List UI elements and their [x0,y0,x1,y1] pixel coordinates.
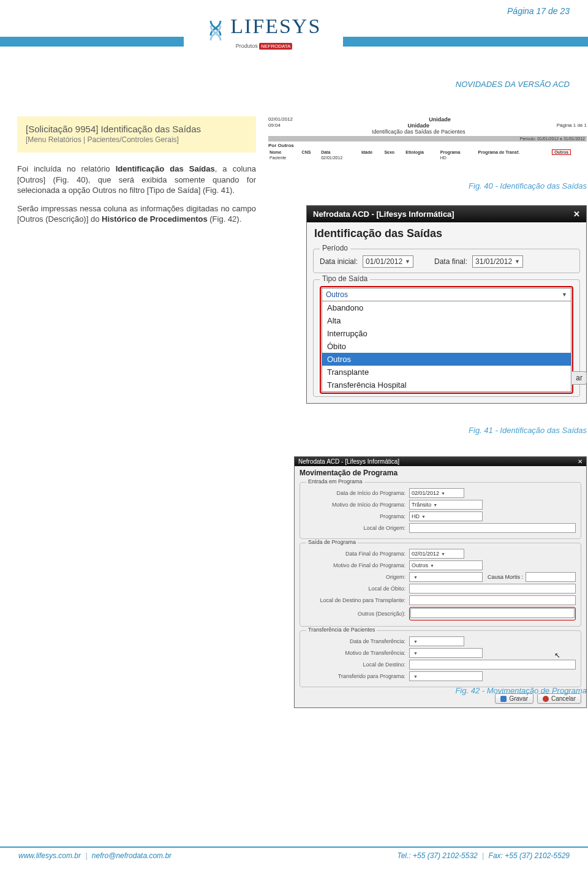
logo-text: LIFESYS [230,15,321,37]
fig41-titlebar: Nefrodata ACD - [Lifesys Informática] ✕ [307,206,586,222]
lbl-data-final: Data Final do Programa: [305,551,409,557]
lbl-dest-transplante: Local de Destino para Transplante: [305,597,409,603]
chevron-down-icon: ▼ [405,258,410,265]
opt-outros[interactable]: Outros [322,353,571,366]
input-motivo-final[interactable]: Outros▼ [409,560,483,570]
input-local-origem[interactable] [409,523,576,533]
lbl-motivo-inicio: Motivo de Início do Programa: [305,502,409,508]
tipo-saida-dropdown: Abandono Alta Interrupção Óbito Outros T… [322,301,571,392]
transf-group: Transferência de Pacientes Data de Trans… [300,630,581,687]
logo-main: LIFESYS [187,15,341,42]
col-programa: Programa [439,149,477,155]
lbl-motivo-final: Motivo de Final do Programa: [305,562,409,568]
lbl-motivo-transf: Motivo de Transferência: [305,650,409,656]
input-dest-transplante[interactable] [409,595,576,605]
rpt-unidade2: Unidade [281,123,557,129]
page-footer: www.lifesys.com.br | nefro@nefrodata.com… [0,846,588,860]
data-inicial-label: Data inicial: [320,257,358,266]
footer-sep: | [480,851,486,860]
lbl-local-destino: Local de Destino: [305,662,409,668]
opt-obito[interactable]: Óbito [322,340,571,353]
footer-right: Tel.: +55 (37) 2102-5532 | Fax: +55 (37)… [397,848,570,860]
col-nome: Nome [268,149,301,155]
input-transf-programa[interactable]: ▼ [409,671,483,681]
chevron-down-icon: ▼ [413,674,418,679]
fig42-dialog: Nefrodata ACD - [Lifesys Informática] ✕ … [294,456,587,708]
data-final-input[interactable]: 31/01/2012▼ [472,255,523,268]
page-number: Página 17 de 23 [507,6,570,16]
page-header: Página 17 de 23 LIFESYS Produtos NEFRODA… [0,0,588,98]
input-data-transf[interactable]: ▼ [409,636,464,646]
fig41-dialog: Nefrodata ACD - [Lifesys Informática] ✕ … [306,205,587,404]
chevron-down-icon: ▼ [413,651,418,655]
logo-subtitle: Produtos NEFRODATA [187,43,341,49]
rpt-periodo: Período: 01/01/2012 a 31/01/2012 [268,136,587,141]
col-sexo: Sexo [383,149,404,155]
lbl-data-inicio: Data de Início do Programa: [305,490,409,496]
lbl-origem: Origem: [305,574,409,580]
footer-tel: Tel.: +55 (37) 2102-5532 [397,851,477,860]
rpt-title: Identificação das Saídas de Pacientes [281,129,557,135]
col-idade: Idade [360,149,383,155]
chevron-down-icon: ▼ [514,258,520,265]
col-data: Data [320,149,360,155]
fig42-title: Nefrodata ACD - [Lifesys Informática] [298,458,399,465]
input-outros-descricao[interactable] [410,608,575,618]
doc-subtitle: NOVIDADES DA VERSÃO ACD [456,80,570,89]
input-local-obito[interactable] [409,584,576,594]
logo-block: LIFESYS Produtos NEFRODATA [187,15,341,49]
chevron-down-icon: ▼ [441,552,445,556]
input-local-destino[interactable] [409,660,576,669]
col-etiologia: Etiologia [404,149,439,155]
periodo-legend: Período [320,244,350,252]
outros-descricao-highlight [409,607,576,620]
input-programa[interactable]: HD▼ [409,511,483,521]
opt-interrupcao[interactable]: Interrupção [322,327,571,340]
rpt-unidade1: Unidade [293,116,587,123]
opt-transplante[interactable]: Transplante [322,366,571,379]
body-text: Foi incluída no relatório Identificação … [17,164,256,225]
close-icon[interactable]: ✕ [578,458,582,465]
opt-alta[interactable]: Alta [322,314,571,327]
fig41-caption: Fig. 41 - Identificação das Saídas [306,426,587,435]
input-data-final[interactable]: 02/01/2012▼ [409,549,464,559]
nefrodata-badge: NEFRODATA [259,43,292,50]
chevron-down-icon: ▼ [413,639,418,644]
input-causa-mortis[interactable] [526,572,576,582]
header-bar-right [343,37,588,47]
lbl-causa-mortis: Causa Mortis : [488,574,523,580]
side-truncated-button[interactable]: ar [572,371,587,385]
tipo-saida-group: Tipo de Saída Outros ▼ Abandono Alta Int… [313,279,580,397]
lbl-transf-programa: Transferido para Programa: [305,673,409,679]
col-progtransf: Programa de Transf. [477,149,551,155]
chevron-down-icon: ▼ [562,292,567,298]
opt-abandono[interactable]: Abandono [322,301,571,314]
tipo-saida-highlight: Outros ▼ Abandono Alta Interrupção Óbito… [320,286,573,394]
chevron-down-icon: ▼ [413,575,418,579]
data-inicial-input[interactable]: 01/01/2012▼ [363,255,413,268]
saida-legend: Saída de Programa [306,539,358,545]
footer-url: www.lifesys.com.br [18,851,81,860]
fig42-titlebar: Nefrodata ACD - [Lifesys Informática] ✕ [295,457,586,466]
col-cns: CNS [301,149,320,155]
input-origem[interactable]: ▼ [409,572,483,582]
fig42-caption: Fig. 42 - Movimentação de Programa [294,686,587,695]
rpt-time: 09:04 [268,123,281,135]
close-icon[interactable]: ✕ [573,209,580,219]
tipo-saida-combo[interactable]: Outros ▼ [322,288,571,301]
saida-group: Saída de Programa Data Final do Programa… [300,543,581,627]
input-data-inicio[interactable]: 02/01/2012▼ [409,488,464,498]
lbl-local-obito: Local de Óbito: [305,586,409,592]
tipo-saida-legend: Tipo de Saída [320,274,370,283]
lbl-outros-descricao: Outros (Descrição): [305,611,409,617]
lbl-local-origem: Local de Origem: [305,525,409,531]
input-motivo-transf[interactable]: ▼ [409,648,483,658]
cancel-icon [543,696,549,702]
chevron-down-icon: ▼ [441,491,445,496]
rpt-date: 02/01/2012 [268,116,293,123]
footer-sep: | [83,851,89,860]
paragraph-2: Serão impressas nessa coluna as informaç… [17,203,256,225]
cursor-icon: ↖ [554,651,560,660]
input-motivo-inicio[interactable]: Trânsito▼ [409,500,483,510]
opt-transf-hospital[interactable]: Transferência Hospital [322,379,571,391]
